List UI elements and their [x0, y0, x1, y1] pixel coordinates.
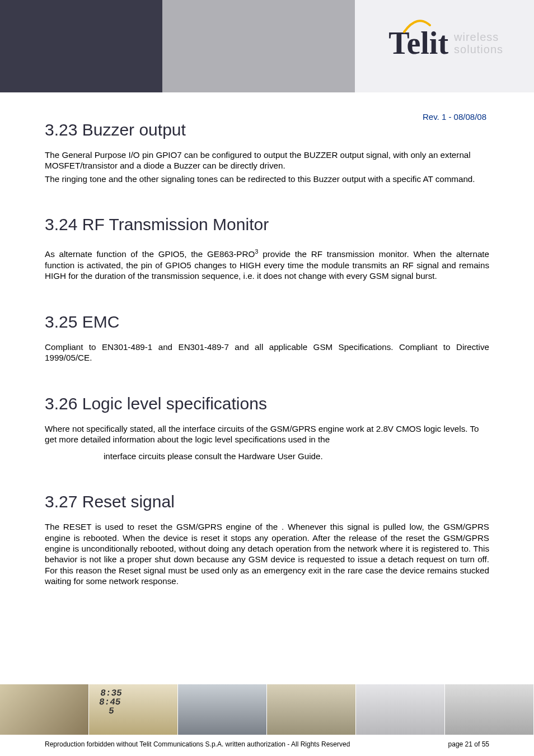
para-3-27-1: The RESET is used to reset the GSM/GPRS … [45, 521, 489, 587]
brand-logo: Telit wireless solutions [388, 25, 503, 61]
para-3-23-1: The General Purpose I/O pin GPIO7 can be… [45, 150, 489, 171]
footer-tile-5 [356, 684, 445, 735]
footer-tile-6 [445, 684, 534, 735]
logo-tagline: wireless solutions [454, 31, 503, 55]
page-content: 3.23 Buzzer output The General Purpose I… [45, 120, 489, 589]
logo-swoosh-icon [403, 17, 431, 34]
footer-tile-4 [267, 684, 356, 735]
footer-copyright: Reproduction forbidden without Telit Com… [45, 740, 350, 748]
para-3-24-1a: As alternate function of the GPIO5, the … [45, 249, 255, 259]
footer-tile-1 [0, 684, 89, 735]
para-3-23-2: The ringing tone and the other signaling… [45, 174, 489, 184]
page-header: Telit wireless solutions [0, 0, 534, 92]
footer-page-number: page 21 of 55 [448, 740, 489, 748]
header-dark-block [0, 0, 162, 92]
heading-3-24: 3.24 RF Transmission Monitor [45, 215, 489, 234]
footer-tile-3 [178, 684, 267, 735]
footer-tile-2: 8:35 8:45 5 [89, 684, 178, 735]
para-3-25-1: Compliant to EN301-489-1 and EN301-489-7… [45, 342, 489, 363]
heading-3-26: 3.26 Logic level specifications [45, 394, 489, 413]
tagline-line2: solutions [454, 43, 503, 55]
heading-3-27: 3.27 Reset signal [45, 492, 489, 511]
tagline-line1: wireless [454, 31, 503, 43]
heading-3-25: 3.25 EMC [45, 312, 489, 332]
para-3-26-2: interface circuits please consult the Ha… [45, 451, 489, 461]
logo-wordmark: Telit [388, 25, 448, 61]
page-footer: Reproduction forbidden without Telit Com… [45, 740, 489, 748]
header-grey-block [162, 0, 355, 92]
heading-3-23: 3.23 Buzzer output [45, 120, 489, 139]
para-3-24-1: As alternate function of the GPIO5, the … [45, 248, 489, 281]
clock-digits-icon: 8:35 8:45 5 [97, 689, 123, 716]
para-3-26-1: Where not specifically stated, all the i… [45, 423, 489, 445]
footer-image-strip: 8:35 8:45 5 [0, 684, 534, 735]
